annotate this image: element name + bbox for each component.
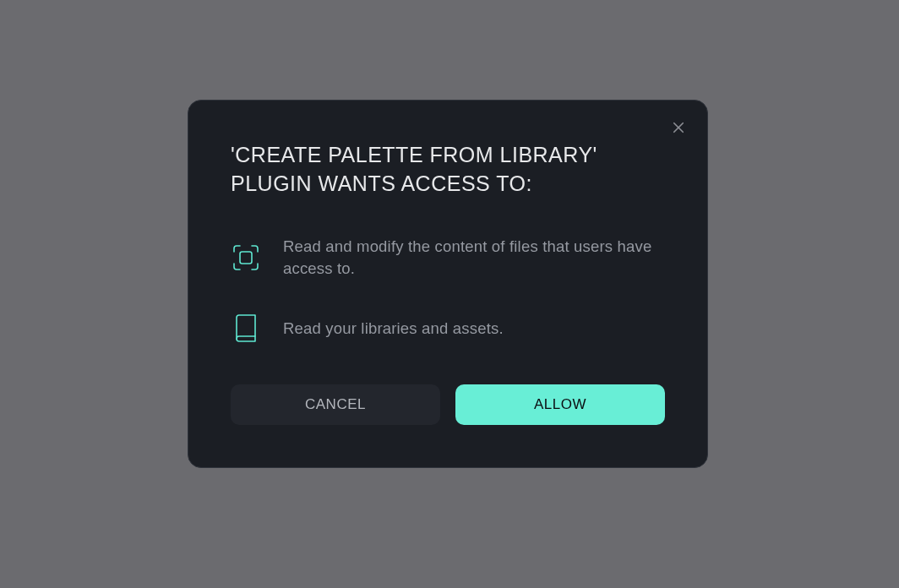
permission-dialog: 'CREATE PALETTE FROM LIBRARY' PLUGIN WAN… <box>188 100 708 467</box>
permission-text: Read your libraries and assets. <box>283 318 504 340</box>
permissions-list: Read and modify the content of files tha… <box>231 236 665 344</box>
book-icon <box>231 313 261 344</box>
dialog-title: 'CREATE PALETTE FROM LIBRARY' PLUGIN WAN… <box>231 141 665 199</box>
cancel-button[interactable]: CANCEL <box>231 384 440 425</box>
close-button[interactable] <box>668 119 689 139</box>
permission-item: Read your libraries and assets. <box>231 313 665 344</box>
close-icon <box>671 120 686 139</box>
allow-button[interactable]: ALLOW <box>455 384 665 425</box>
svg-rect-2 <box>240 252 252 264</box>
dialog-actions: CANCEL ALLOW <box>231 384 665 425</box>
scan-content-icon <box>231 242 261 273</box>
permission-item: Read and modify the content of files tha… <box>231 236 665 280</box>
permission-text: Read and modify the content of files tha… <box>283 236 665 280</box>
